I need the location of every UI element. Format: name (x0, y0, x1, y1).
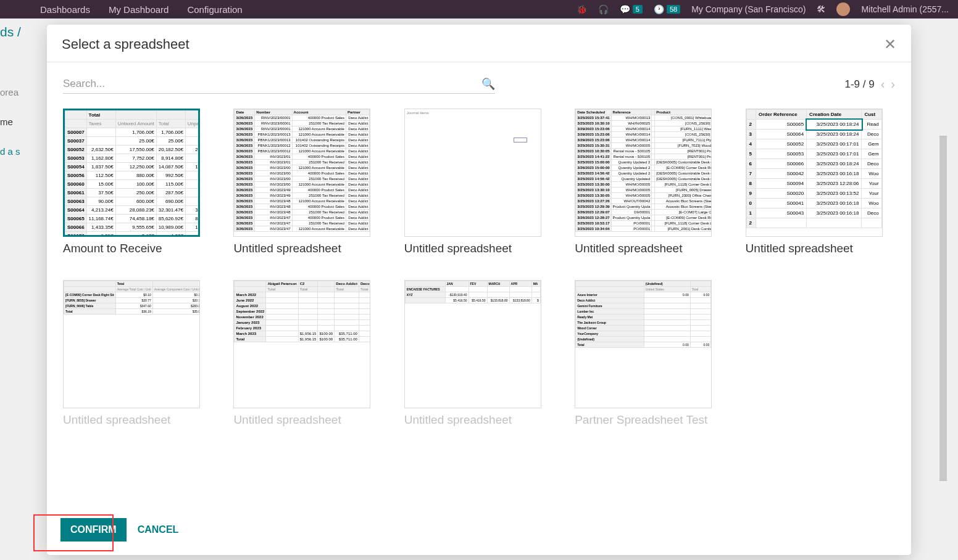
search-input[interactable] (63, 78, 481, 90)
spreadsheet-card-7[interactable]: Abigail PetersonC2Deco AddictDeco Addict… (233, 280, 379, 427)
spreadsheet-card-6[interactable]: TotalAverage Total Cost / UnitAverage Co… (63, 280, 209, 427)
messages-icon[interactable]: 💬5 (620, 4, 643, 14)
card-label: Untitled spreadsheet (233, 242, 379, 255)
spreadsheet-card-amount-to-receive[interactable]: TotalTaxesUntaxed AmountTotalUnpaid AmoS… (63, 109, 209, 255)
company-switcher[interactable]: My Company (San Francisco) (691, 4, 806, 14)
tools-icon[interactable]: 🛠 (817, 4, 825, 14)
spreadsheet-card-5[interactable]: Order ReferenceCreation DateCust2S000653… (746, 109, 891, 255)
user-menu[interactable]: Mitchell Admin (2557... (861, 4, 949, 14)
pager-next[interactable]: › (891, 77, 895, 91)
card-label: Untitled spreadsheet (404, 242, 550, 255)
spreadsheet-card-9[interactable]: (Undefined)United StatesTotalAzure Inter… (575, 280, 720, 427)
modal-overlay: Select a spreadsheet ✕ 🔍 1-9 / 9 ‹ › (0, 19, 958, 560)
card-label: Untitled spreadsheet (63, 413, 209, 427)
cancel-button[interactable]: CANCEL (138, 524, 179, 535)
support-icon[interactable]: 🎧 (598, 4, 609, 14)
search-icon[interactable]: 🔍 (481, 77, 495, 91)
pager: 1-9 / 9 ‹ › (844, 77, 895, 91)
activities-icon[interactable]: 🕐58 (654, 4, 680, 14)
bug-icon[interactable]: 🐞 (577, 4, 587, 14)
pager-range: 1-9 / 9 (844, 78, 874, 91)
close-button[interactable]: ✕ (884, 36, 896, 53)
menu-dashboards[interactable]: Dashboards (40, 4, 90, 15)
modal-title: Select a spreadsheet (62, 36, 190, 52)
card-label: Partner Spreadsheet Test (575, 413, 720, 427)
confirm-button[interactable]: CONFIRM (60, 518, 127, 541)
spreadsheet-card-4[interactable]: Date ScheduledReferenceProduct3/25/2023 … (575, 109, 720, 255)
journal-label: Journal Items (405, 109, 541, 117)
spreadsheet-card-3[interactable]: Journal Items Untitled spreadsheet (404, 109, 550, 255)
top-menu-bar: Dashboards My Dashboard Configuration 🐞 … (0, 0, 958, 19)
pager-prev[interactable]: ‹ (881, 77, 885, 91)
spreadsheet-card-2[interactable]: DateNumberAccountPartner3/26/2023RINV/20… (233, 109, 379, 255)
card-label: Amount to Receive (63, 242, 209, 255)
menu-my-dashboard[interactable]: My Dashboard (109, 4, 169, 15)
user-avatar[interactable] (836, 2, 850, 16)
card-label: Untitled spreadsheet (404, 413, 550, 427)
menu-configuration[interactable]: Configuration (187, 4, 242, 15)
card-label: Untitled spreadsheet (575, 242, 720, 255)
spreadsheet-card-8[interactable]: JANFEVMARCHAPRMAENCAISSE FACTURESXYZ-$13… (404, 280, 550, 427)
scrollbar[interactable] (939, 136, 947, 500)
card-label: Untitled spreadsheet (746, 242, 891, 255)
select-spreadsheet-modal: Select a spreadsheet ✕ 🔍 1-9 / 9 ‹ › (47, 25, 911, 555)
card-label: Untitled spreadsheet (233, 413, 379, 427)
close-icon: ✕ (884, 36, 896, 52)
